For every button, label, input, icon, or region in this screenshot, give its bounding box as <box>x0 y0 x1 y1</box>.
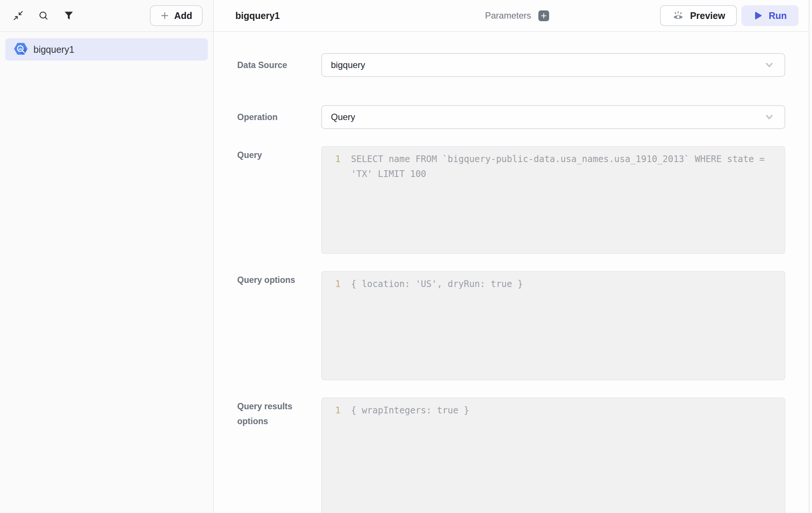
field-row-query-results-options: Query results options 1 { wrapIntegers: … <box>237 397 785 513</box>
search-icon <box>38 10 49 21</box>
operation-label: Operation <box>237 105 321 129</box>
query-results-options-editor[interactable]: 1 { wrapIntegers: true } <box>321 397 785 513</box>
query-label: Query <box>237 146 321 162</box>
filter-button[interactable] <box>63 10 74 21</box>
add-button-label: Add <box>174 10 192 21</box>
query-editor[interactable]: 1 SELECT name FROM `bigquery-public-data… <box>321 146 785 254</box>
main-panel: bigquery1 Parameters <box>214 0 809 513</box>
sidebar-item-label: bigquery1 <box>33 44 74 55</box>
query-options-editor[interactable]: 1 { location: 'US', dryRun: true } <box>321 271 785 380</box>
query-results-options-code-text: { wrapIntegers: true } <box>341 403 784 418</box>
chevron-down-icon <box>763 111 776 123</box>
query-form: Data Source bigquery Operation Query <box>214 32 809 513</box>
field-row-query: Query 1 SELECT name FROM `bigquery-publi… <box>237 146 785 254</box>
sidebar: Add <box>0 0 214 513</box>
data-source-value: bigquery <box>331 60 365 70</box>
run-button-label: Run <box>768 10 787 21</box>
sidebar-item-bigquery1[interactable]: bigquery1 <box>5 38 208 61</box>
collapse-icon <box>13 10 23 21</box>
add-parameter-button[interactable] <box>538 10 549 21</box>
preview-button[interactable]: Preview <box>660 5 737 26</box>
add-button[interactable]: Add <box>150 5 203 26</box>
data-source-label: Data Source <box>237 53 321 77</box>
filter-icon <box>64 11 74 20</box>
bigquery-icon <box>13 41 29 58</box>
sidebar-toolbar: Add <box>0 0 213 32</box>
eye-icon <box>672 10 684 22</box>
line-number: 1 <box>322 277 341 291</box>
query-options-label: Query options <box>237 271 321 287</box>
line-number: 1 <box>322 152 341 181</box>
line-number: 1 <box>322 403 341 418</box>
run-button[interactable]: Run <box>741 5 799 26</box>
operation-select[interactable]: Query <box>321 105 785 129</box>
chevron-down-icon <box>763 59 776 71</box>
collapse-panel-button[interactable] <box>13 10 24 21</box>
panel-edge <box>809 0 812 513</box>
query-code-text: SELECT name FROM `bigquery-public-data.u… <box>341 152 784 181</box>
field-row-data-source: Data Source bigquery <box>237 53 785 77</box>
plus-icon <box>160 11 169 20</box>
search-button[interactable] <box>38 10 49 21</box>
query-options-code-text: { location: 'US', dryRun: true } <box>341 277 784 291</box>
field-row-query-options: Query options 1 { location: 'US', dryRun… <box>237 271 785 380</box>
operation-value: Query <box>331 112 355 122</box>
play-icon <box>753 11 763 20</box>
main-header: bigquery1 Parameters <box>214 0 809 32</box>
plus-icon <box>541 13 547 19</box>
preview-button-label: Preview <box>690 10 725 21</box>
app-window: Add <box>0 0 812 513</box>
sidebar-query-list: bigquery1 <box>0 32 213 67</box>
field-row-operation: Operation Query <box>237 105 785 129</box>
parameters-section: Parameters <box>485 10 549 21</box>
data-source-select[interactable]: bigquery <box>321 53 785 77</box>
query-results-options-label: Query results options <box>237 397 321 429</box>
parameters-label: Parameters <box>485 10 531 21</box>
page-title: bigquery1 <box>235 10 280 21</box>
